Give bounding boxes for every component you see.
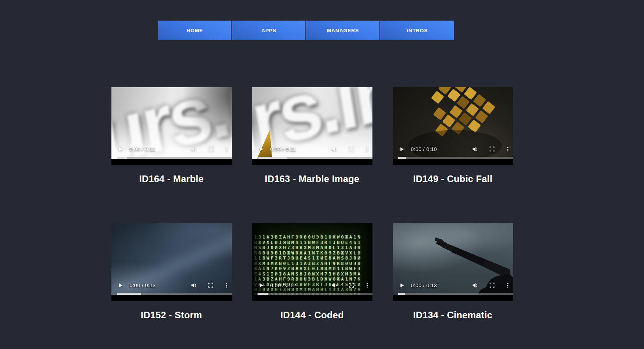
video-controls: 0:00 / 0:11 — [111, 144, 232, 154]
video-title: ID164 - Marble — [111, 174, 232, 184]
video-cell: 0:00 / 0:13 ID134 - Cinematic — [393, 223, 513, 321]
page: HOME APPS MANAGERS INTROS urs.ino 0:00 /… — [0, 21, 612, 349]
video-progress-bar[interactable] — [258, 293, 372, 295]
overflow-menu-icon[interactable] — [224, 282, 229, 288]
video-time: 0:00 / 0:11 — [270, 146, 296, 152]
volume-icon[interactable] — [472, 146, 479, 153]
video-title: ID134 - Cinematic — [393, 310, 513, 321]
video-cell: 0:00 / 0:13 ID152 - Storm — [111, 223, 232, 321]
fullscreen-icon[interactable] — [348, 146, 355, 152]
video-cell: urs.ino 0:00 / 0:11 — [252, 87, 372, 184]
play-icon[interactable] — [399, 146, 405, 152]
video-time: 0:00 / 0:13 — [411, 282, 437, 288]
video-buffered — [398, 293, 405, 295]
video-progress-bar[interactable] — [258, 157, 372, 159]
video-progress-bar[interactable] — [117, 157, 232, 159]
play-icon[interactable] — [258, 146, 264, 152]
video-buffered — [398, 157, 406, 159]
overflow-menu-icon[interactable] — [364, 282, 370, 288]
overflow-menu-icon[interactable] — [364, 146, 370, 152]
video-player-coded[interactable]: 131A3BZAHГ9R80UЭB1DЖW0ЖA1N BЖVXL0IЯBMП11… — [252, 223, 372, 301]
fullscreen-icon[interactable] — [208, 282, 214, 288]
video-controls: 0:00 / 0:10 — [393, 144, 513, 154]
volume-icon[interactable] — [191, 282, 198, 289]
play-icon[interactable] — [118, 282, 124, 288]
video-title: ID163 - Marble Image — [252, 174, 372, 184]
fullscreen-icon[interactable] — [489, 146, 495, 152]
video-buffered — [117, 157, 127, 159]
volume-icon[interactable] — [191, 146, 198, 153]
overflow-menu-icon[interactable] — [224, 146, 229, 152]
volume-icon[interactable] — [331, 146, 339, 153]
video-progress-bar[interactable] — [117, 293, 232, 295]
video-player-marble-image[interactable]: urs.ino 0:00 / 0:11 — [252, 87, 372, 165]
video-time: 0:00 / 0:11 — [130, 146, 155, 152]
nav-item-intros[interactable]: INTROS — [380, 21, 454, 40]
play-icon[interactable] — [258, 282, 264, 288]
video-buffered — [258, 293, 268, 295]
video-buffered — [258, 157, 288, 159]
video-time: 0:00 / 0:10 — [411, 146, 437, 152]
video-time: 0:00 / 0:13 — [130, 282, 156, 288]
video-controls: 0:00 / 0:13 — [393, 280, 513, 290]
play-icon[interactable] — [118, 146, 124, 152]
video-cell: urs.ino 0:00 / 0:11 — [111, 87, 232, 184]
video-player-cubic-fall[interactable]: 0:00 / 0:10 — [393, 87, 513, 165]
video-title: ID149 - Cubic Fall — [393, 174, 513, 184]
main-nav: HOME APPS MANAGERS INTROS — [158, 21, 454, 40]
nav-item-managers[interactable]: MANAGERS — [306, 21, 380, 40]
fullscreen-icon[interactable] — [348, 282, 355, 288]
video-title: ID144 - Coded — [252, 310, 372, 321]
play-icon[interactable] — [399, 282, 405, 288]
volume-icon[interactable] — [331, 282, 339, 289]
video-controls: 0:00 / 0:12 — [252, 280, 372, 290]
video-cell: 131A3BZAHГ9R80UЭB1DЖW0ЖA1N BЖVXL0IЯBMП11… — [252, 223, 372, 321]
nav-item-home[interactable]: HOME — [158, 21, 232, 40]
video-title: ID152 - Storm — [111, 310, 232, 321]
overflow-menu-icon[interactable] — [505, 146, 511, 152]
fullscreen-icon[interactable] — [489, 282, 495, 288]
nav-item-apps[interactable]: APPS — [232, 21, 306, 40]
volume-icon[interactable] — [472, 282, 479, 289]
video-grid: urs.ino 0:00 / 0:11 — [111, 87, 513, 321]
video-buffered — [117, 293, 141, 295]
video-player-cinematic[interactable]: 0:00 / 0:13 — [393, 223, 513, 301]
video-player-marble[interactable]: urs.ino 0:00 / 0:11 — [111, 87, 232, 165]
video-player-storm[interactable]: 0:00 / 0:13 — [111, 223, 232, 301]
video-controls: 0:00 / 0:13 — [111, 280, 232, 290]
video-progress-bar[interactable] — [398, 293, 513, 295]
video-progress-bar[interactable] — [398, 157, 513, 159]
fullscreen-icon[interactable] — [208, 146, 214, 152]
video-cell: 0:00 / 0:10 ID149 - Cubic Fall — [393, 87, 513, 184]
video-time: 0:00 / 0:12 — [270, 282, 296, 288]
overflow-menu-icon[interactable] — [505, 282, 511, 288]
video-controls: 0:00 / 0:11 — [252, 144, 372, 154]
